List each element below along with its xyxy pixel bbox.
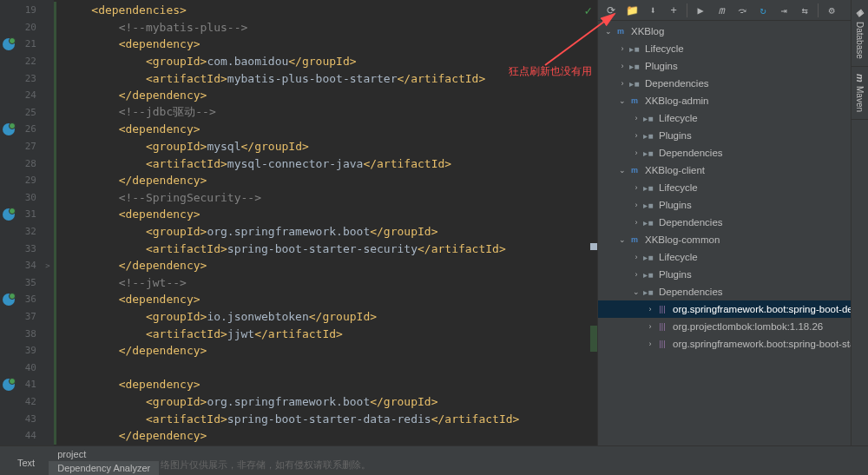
tree-item[interactable]: ›▸■Dependencies <box>598 144 868 162</box>
tree-item[interactable]: ›▸■Plugins <box>598 266 868 283</box>
chevron-down-icon[interactable]: ⌄ <box>617 165 628 175</box>
expand-icon[interactable]: ⇆ <box>795 2 814 19</box>
dependency-icon[interactable] <box>2 208 16 221</box>
m-icon[interactable]: m <box>712 2 731 19</box>
tree-item[interactable]: ⌄▸■Dependencies <box>598 283 868 300</box>
code-line[interactable]: <groupId>mysql</groupId> <box>54 138 597 155</box>
code-line[interactable]: <dependency> <box>54 291 597 308</box>
line-number: 43 <box>0 410 42 427</box>
line-number: 39 <box>0 342 42 360</box>
code-line[interactable]: <dependency> <box>54 121 597 138</box>
chevron-right-icon[interactable]: › <box>645 321 655 332</box>
chevron-right-icon[interactable]: › <box>631 148 641 158</box>
code-editor[interactable]: 1920212223242526272829303132333435363738… <box>0 0 597 445</box>
code-line[interactable] <box>54 359 597 376</box>
fold-gutter[interactable]: > <box>42 0 54 445</box>
dependency-icon[interactable] <box>2 378 16 392</box>
chevron-right-icon[interactable]: › <box>631 200 641 210</box>
code-line[interactable]: </dependency> <box>54 87 597 104</box>
tree-item[interactable]: ›▸■Lifecycle <box>598 179 868 196</box>
tree-item[interactable]: ›▸■Dependencies <box>598 75 868 92</box>
refresh-icon[interactable]: ⟳ <box>602 2 621 19</box>
chevron-right-icon[interactable]: › <box>631 217 641 228</box>
code-line[interactable]: <groupId>org.springframework.boot</group… <box>54 223 597 241</box>
line-number: 20 <box>0 19 42 36</box>
run-icon[interactable]: ▶ <box>691 2 710 19</box>
tree-item[interactable]: ›▸■Plugins <box>598 57 868 75</box>
chevron-right-icon[interactable]: › <box>617 78 628 89</box>
code-line[interactable]: <!--jdbc驱动--> <box>54 104 597 122</box>
tree-item[interactable]: ›▸■Lifecycle <box>598 109 868 127</box>
chevron-down-icon[interactable]: ⌄ <box>617 96 628 106</box>
skip-icon[interactable]: ⤼ <box>733 2 752 19</box>
maven-module-icon: m <box>628 95 641 107</box>
code-line[interactable]: <artifactId>jjwt</artifactId> <box>54 325 597 342</box>
add-icon[interactable]: + <box>664 2 683 19</box>
line-number: 30 <box>0 189 42 207</box>
code-line[interactable]: <groupId>io.jsonwebtoken</groupId> <box>54 308 597 326</box>
tree-item-label: Lifecycle <box>659 252 698 262</box>
chevron-right-icon[interactable]: › <box>631 252 641 262</box>
line-number: 24 <box>0 87 42 104</box>
tree-item[interactable]: ›▸■Plugins <box>598 127 868 144</box>
line-number: 22 <box>0 53 42 70</box>
chevron-down-icon[interactable]: ⌄ <box>617 234 628 245</box>
download-icon[interactable]: ⬇ <box>643 2 662 19</box>
tree-item[interactable]: ›▸■Lifecycle <box>598 40 868 57</box>
chevron-down-icon[interactable]: ⌄ <box>631 287 641 297</box>
settings-icon[interactable]: ⚙ <box>822 2 841 19</box>
code-line[interactable]: <!--jwt--> <box>54 274 597 292</box>
chevron-right-icon[interactable]: › <box>631 182 641 193</box>
line-number: 32 <box>0 223 42 241</box>
code-line[interactable]: </dependency> <box>54 427 597 445</box>
dependency-icon[interactable] <box>2 122 16 136</box>
tree-item[interactable]: ›▸■Plugins <box>598 196 868 214</box>
tree-item[interactable]: ›|||org.springframework.boot:spring-boot… <box>598 335 868 353</box>
code-line[interactable]: <dependencies> <box>54 2 597 19</box>
dependency-icon[interactable] <box>2 37 16 51</box>
chevron-right-icon[interactable]: › <box>617 43 628 54</box>
code-line[interactable]: <groupId>org.springframework.boot</group… <box>54 393 597 411</box>
code-line[interactable]: <!--mybatis-plus--> <box>54 19 597 36</box>
code-line[interactable]: </dependency> <box>54 257 597 274</box>
watermark-text: 络图片仅供展示，非存储，如有侵权请联系删除。 <box>135 459 371 473</box>
code-line[interactable]: <!--SpringSecurity--> <box>54 189 597 207</box>
tree-item[interactable]: ›▸■Lifecycle <box>598 248 868 266</box>
chevron-right-icon[interactable]: › <box>631 269 641 280</box>
chevron-right-icon[interactable]: › <box>645 339 655 349</box>
bottom-text-tab[interactable]: Text <box>0 458 35 475</box>
sync-icon[interactable]: ↻ <box>753 2 773 19</box>
maven-project-tree[interactable]: ⌄mXKBlog›▸■Lifecycle›▸■Plugins›▸■Depende… <box>598 21 868 445</box>
tree-item-label: XKBlog-client <box>645 165 705 175</box>
tree-item[interactable]: ⌄mXKBlog-common <box>598 231 868 248</box>
chevron-right-icon[interactable]: › <box>631 130 641 141</box>
tree-item[interactable]: ›|||org.springframework.boot:spring-boot… <box>598 300 868 318</box>
code-line[interactable]: <artifactId>mysql-connector-java</artifa… <box>54 155 597 172</box>
fold-toggle[interactable]: > <box>43 261 52 270</box>
open-icon[interactable]: 📁 <box>622 2 641 19</box>
tree-item[interactable]: ⌄mXKBlog-client <box>598 162 868 179</box>
database-tab[interactable]: ◈Database <box>852 0 868 67</box>
line-number: 42 <box>0 393 42 411</box>
code-line[interactable]: <artifactId>spring-boot-starter-security… <box>54 240 597 257</box>
code-line[interactable]: <artifactId>spring-boot-starter-data-red… <box>54 410 597 427</box>
code-line[interactable]: <dependency> <box>54 376 597 393</box>
tree-item[interactable]: ⌄mXKBlog-admin <box>598 92 868 109</box>
chevron-down-icon[interactable]: ⌄ <box>603 26 614 36</box>
chevron-right-icon[interactable]: › <box>645 304 655 314</box>
chevron-right-icon[interactable]: › <box>617 61 628 71</box>
code-line[interactable]: <dependency> <box>54 206 597 223</box>
code-line[interactable]: </dependency> <box>54 172 597 189</box>
tree-item[interactable]: ›▸■Dependencies <box>598 214 868 231</box>
dependency-icon[interactable] <box>2 293 16 307</box>
tree-item-label: Dependencies <box>645 78 709 89</box>
tree-item[interactable]: ⌄mXKBlog <box>598 23 868 40</box>
chevron-right-icon[interactable]: › <box>631 113 641 123</box>
maven-tab[interactable]: mMaven <box>852 67 868 120</box>
code-line[interactable]: </dependency> <box>54 342 597 360</box>
code-line[interactable]: <dependency> <box>54 36 597 53</box>
line-number: 19 <box>0 2 42 19</box>
collapse-icon[interactable]: ⇥ <box>774 2 793 19</box>
tree-item[interactable]: ›|||org.projectlombok:lombok:1.18.26 <box>598 318 868 335</box>
bottom-status-bar: Text project Dependency Analyzer 络图片仅供展示… <box>0 445 868 475</box>
